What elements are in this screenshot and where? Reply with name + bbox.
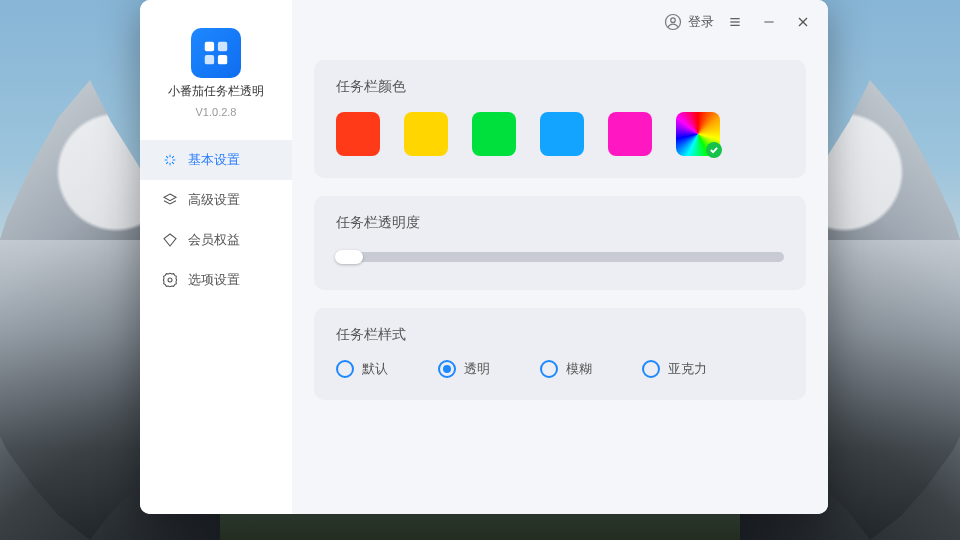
style-option-default[interactable]: 默认 xyxy=(336,360,388,378)
opacity-panel: 任务栏透明度 xyxy=(314,196,806,290)
radio-label: 透明 xyxy=(464,360,490,378)
svg-rect-10 xyxy=(205,55,214,64)
gear-icon xyxy=(162,272,178,288)
color-swatch-green[interactable] xyxy=(472,112,516,156)
app-version: V1.0.2.8 xyxy=(196,106,237,118)
svg-line-16 xyxy=(166,156,168,158)
user-icon xyxy=(664,13,682,31)
desktop-wallpaper: 登录 小番茄 xyxy=(0,0,960,540)
nav-item-options[interactable]: 选项设置 xyxy=(140,260,292,300)
radio-label: 默认 xyxy=(362,360,388,378)
titlebar: 登录 xyxy=(140,0,828,44)
nav-label: 高级设置 xyxy=(188,191,240,209)
style-option-acrylic[interactable]: 亚克力 xyxy=(642,360,707,378)
nav-label: 选项设置 xyxy=(188,271,240,289)
style-panel: 任务栏样式 默认透明模糊亚克力 xyxy=(314,308,806,400)
color-swatch-blue[interactable] xyxy=(540,112,584,156)
layers-icon xyxy=(162,192,178,208)
nav-item-basic[interactable]: 基本设置 xyxy=(140,140,292,180)
svg-rect-11 xyxy=(218,55,227,64)
svg-marker-23 xyxy=(163,273,176,286)
app-window: 登录 小番茄 xyxy=(140,0,828,514)
radio-label: 模糊 xyxy=(566,360,592,378)
color-swatches xyxy=(336,112,784,156)
nav-item-member[interactable]: 会员权益 xyxy=(140,220,292,260)
content: 任务栏颜色 任务栏透明度 任务栏样式 默认透明模糊亚克力 xyxy=(292,0,828,514)
svg-point-22 xyxy=(168,278,172,282)
radio-ring xyxy=(642,360,660,378)
diamond-icon xyxy=(162,232,178,248)
slider-track xyxy=(336,252,784,262)
radio-ring xyxy=(336,360,354,378)
panel-title: 任务栏透明度 xyxy=(336,214,784,232)
svg-marker-21 xyxy=(164,234,176,246)
color-panel: 任务栏颜色 xyxy=(314,60,806,178)
menu-button[interactable] xyxy=(722,9,748,35)
style-option-transparent[interactable]: 透明 xyxy=(438,360,490,378)
svg-line-19 xyxy=(166,162,168,164)
hamburger-icon xyxy=(727,14,743,30)
login-label: 登录 xyxy=(688,13,714,31)
close-button[interactable] xyxy=(790,9,816,35)
nav-label: 会员权益 xyxy=(188,231,240,249)
sparkle-icon xyxy=(162,152,178,168)
opacity-slider[interactable] xyxy=(336,250,784,264)
sidebar: 小番茄任务栏透明 V1.0.2.8 基本设置 高级设置 会员权益 xyxy=(140,0,292,514)
radio-ring xyxy=(438,360,456,378)
style-options: 默认透明模糊亚克力 xyxy=(336,360,784,378)
panel-title: 任务栏样式 xyxy=(336,326,784,344)
radio-label: 亚克力 xyxy=(668,360,707,378)
nav-label: 基本设置 xyxy=(188,151,240,169)
slider-thumb[interactable] xyxy=(335,250,363,264)
nav-item-advanced[interactable]: 高级设置 xyxy=(140,180,292,220)
color-swatch-custom[interactable] xyxy=(676,112,720,156)
svg-line-17 xyxy=(172,162,174,164)
nav: 基本设置 高级设置 会员权益 选项设置 xyxy=(140,140,292,300)
close-icon xyxy=(795,14,811,30)
minimize-icon xyxy=(761,14,777,30)
color-swatch-yellow[interactable] xyxy=(404,112,448,156)
check-icon xyxy=(706,142,722,158)
svg-marker-20 xyxy=(164,194,176,201)
panel-title: 任务栏颜色 xyxy=(336,78,784,96)
radio-ring xyxy=(540,360,558,378)
svg-point-1 xyxy=(671,18,676,23)
color-swatch-red[interactable] xyxy=(336,112,380,156)
app-name: 小番茄任务栏透明 xyxy=(168,84,264,100)
color-swatch-magenta[interactable] xyxy=(608,112,652,156)
style-option-blur[interactable]: 模糊 xyxy=(540,360,592,378)
svg-line-18 xyxy=(172,156,174,158)
login-button[interactable]: 登录 xyxy=(664,13,714,31)
minimize-button[interactable] xyxy=(756,9,782,35)
